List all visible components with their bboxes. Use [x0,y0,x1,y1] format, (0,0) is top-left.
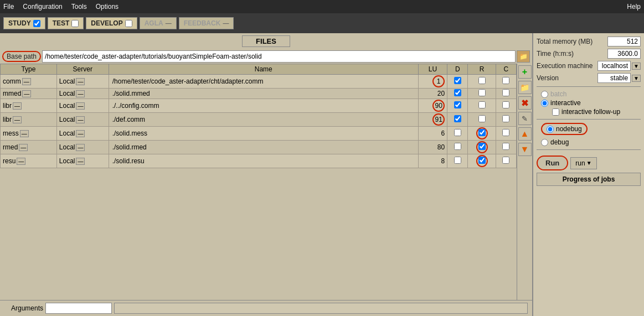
d-cell[interactable] [447,113,468,127]
mode-followup-row: interactive follow-up [541,108,641,116]
d-cell[interactable] [447,99,468,113]
c-cell[interactable] [496,127,516,141]
version-label: Version [537,74,559,82]
mode-radio-group: batch interactive interactive follow-up [537,90,641,116]
run-small-button[interactable]: run ▼ [570,157,596,169]
debug-nodebug-label: nodebug [556,125,582,133]
debug-debug-label: debug [550,138,569,146]
table-row: libr — Local — ./def.comm [1,113,517,127]
add-file-button[interactable]: + [518,65,532,79]
toolbar-develop[interactable]: DEVELOP [86,17,137,29]
c-cell[interactable] [496,141,516,154]
server-dropdown-arrow[interactable]: — [76,78,85,85]
type-dropdown-arrow[interactable]: — [19,144,28,151]
r-cell[interactable] [468,75,496,89]
d-cell[interactable] [447,154,468,168]
r-cell[interactable] [468,89,496,99]
version-dropdown[interactable]: ▼ [632,75,641,82]
r-cell[interactable] [468,154,496,168]
type-dropdown-arrow[interactable]: — [17,158,25,165]
type-cell: mmed — [1,89,57,99]
menu-file[interactable]: File [3,3,14,11]
delete-icon: ✖ [521,98,528,108]
col-r: R [468,64,496,75]
mode-batch-radio[interactable] [541,91,548,98]
name-cell: ./solid.mess [109,127,418,141]
server-dropdown-arrow[interactable]: — [76,130,85,137]
type-dropdown-arrow[interactable]: — [22,78,31,85]
debug-nodebug-row: nodebug [541,123,641,135]
type-dropdown-arrow[interactable]: — [13,116,22,123]
arguments-label: Arguments [4,304,43,312]
lu-cell: 1 [418,75,447,89]
server-dropdown-arrow[interactable]: — [76,116,85,123]
type-cell: comm — [1,75,57,89]
name-cell: ./../config.comm [109,99,418,113]
test-checkbox[interactable] [71,20,79,27]
move-down-button[interactable]: ▼ [518,143,532,156]
c-cell[interactable] [496,113,516,127]
table-row: mmed — Local — ./solid.mmed [1,89,517,99]
delete-file-button[interactable]: ✖ [518,96,532,110]
run-button[interactable]: Run [537,156,568,170]
debug-radio-group: nodebug debug [537,123,641,146]
time-value: 3600.0 [607,49,641,59]
progress-jobs-button[interactable]: Progress of jobs [537,173,641,186]
c-cell[interactable] [496,89,516,99]
type-dropdown-arrow[interactable]: — [22,90,31,97]
basepath-browse-button[interactable]: 📁 [517,50,530,63]
r-cell[interactable] [468,127,496,141]
type-cell: mess — [1,127,57,141]
c-cell[interactable] [496,154,516,168]
move-up-button[interactable]: ▲ [518,127,532,141]
arguments-input[interactable] [45,303,112,314]
r-cell[interactable] [468,141,496,154]
r-circled [476,141,488,153]
run-section: Run run ▼ Progress of jobs [537,156,641,186]
d-cell[interactable] [447,141,468,154]
basepath-input[interactable] [42,50,516,63]
type-dropdown-arrow[interactable]: — [20,130,29,137]
r-cell[interactable] [468,99,496,113]
lu-cell: 80 [418,141,447,154]
debug-debug-radio[interactable] [541,139,548,146]
plus-icon: + [522,67,527,77]
toolbar-study[interactable]: STUDY [3,17,45,29]
left-panel: FILES Base path 📁 Type Server Name L [0,33,533,316]
menu-tools[interactable]: Tools [71,3,87,11]
c-cell[interactable] [496,75,516,89]
server-dropdown-arrow[interactable]: — [76,102,85,110]
run-dropdown-arrow[interactable]: ▼ [586,160,592,166]
edit-file-button[interactable]: ✎ [518,112,532,125]
d-cell[interactable] [447,89,468,99]
study-checkbox[interactable] [33,20,40,27]
type-dropdown-arrow[interactable]: — [13,102,22,110]
r-cell[interactable] [468,113,496,127]
debug-nodebug-radio[interactable] [547,126,554,133]
divider3 [537,149,641,150]
execution-machine-dropdown[interactable]: ▼ [632,63,641,70]
c-cell[interactable] [496,99,516,113]
toolbar-feedback[interactable]: FEEDBACK — [179,17,234,29]
right-panel: Total memory (MB) 512 Time (h:m:s) 3600.… [533,33,644,316]
mode-followup-checkbox[interactable] [552,108,559,116]
server-dropdown-arrow[interactable]: — [76,144,85,151]
debug-debug-row: debug [541,138,641,146]
develop-checkbox[interactable] [125,20,132,27]
menu-options[interactable]: Options [96,3,119,11]
d-cell[interactable] [447,75,468,89]
d-cell[interactable] [447,127,468,141]
mode-interactive-row: interactive [541,99,641,107]
menu-help[interactable]: Help [627,3,641,11]
pencil-icon: ✎ [522,115,528,123]
toolbar-agla[interactable]: AGLA — [140,17,177,29]
mode-interactive-radio[interactable] [541,100,548,107]
arguments-extra [114,303,528,314]
server-dropdown-arrow[interactable]: — [76,158,85,165]
folder-icon: 📁 [520,83,529,92]
toolbar-test[interactable]: TEST [48,17,84,29]
menu-configuration[interactable]: Configuration [23,3,62,11]
open-folder-button[interactable]: 📁 [518,81,532,94]
server-dropdown-arrow[interactable]: — [76,90,85,97]
run-row: Run run ▼ [537,156,641,170]
